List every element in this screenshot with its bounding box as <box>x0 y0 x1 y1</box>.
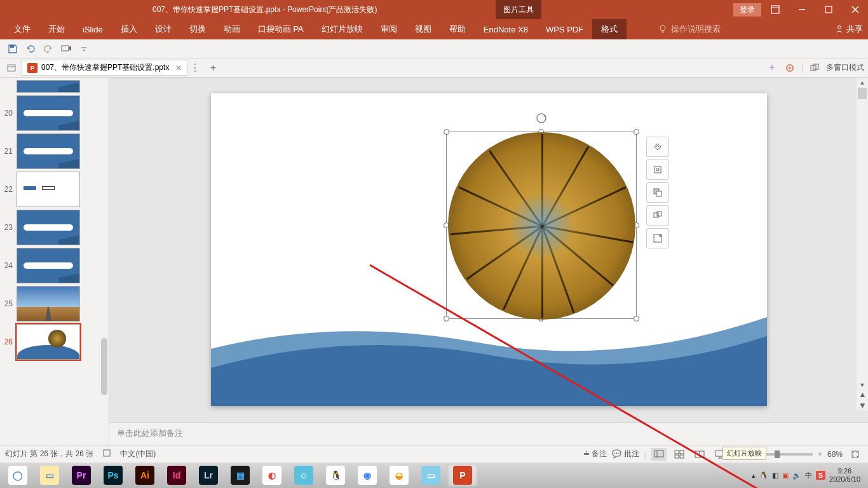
tray-qq-icon[interactable]: 🐧 <box>759 471 768 480</box>
layout-options-button[interactable] <box>646 137 669 157</box>
close-tab-icon[interactable]: ✕ <box>175 64 182 72</box>
taskbar-illustrator[interactable]: Ai <box>130 464 160 487</box>
picture-tools-context-tab[interactable]: 图片工具 <box>496 0 541 19</box>
thumbnail-21[interactable]: 21 <box>0 133 109 169</box>
tab-pocket-anim[interactable]: 口袋动画 PA <box>249 19 313 39</box>
thumbnail-25[interactable]: 25 <box>0 286 109 322</box>
taskbar-premiere[interactable]: Pr <box>66 464 97 487</box>
thumbnail-26[interactable]: 26 <box>0 324 109 360</box>
ime-indicator[interactable]: 中 <box>805 471 812 480</box>
taskbar-qq[interactable]: 🐧 <box>320 464 351 487</box>
tray-app-icon[interactable]: ◧ <box>772 471 778 480</box>
add-tab-button[interactable]: + <box>205 60 220 76</box>
taskbar-chrome[interactable]: ◉ <box>352 464 383 487</box>
comments-toggle[interactable]: 💬 批注 <box>612 449 639 459</box>
accessibility-icon[interactable] <box>102 449 111 459</box>
taskbar-app4[interactable]: ◒ <box>384 464 414 487</box>
tab-insert[interactable]: 插入 <box>112 19 146 39</box>
tab-islide[interactable]: iSlide <box>74 19 112 39</box>
taskbar-indesign[interactable]: Id <box>161 464 192 487</box>
undo-button[interactable] <box>23 41 38 57</box>
tab-menu-icon[interactable]: ⋮ <box>190 62 200 74</box>
tab-animations[interactable]: 动画 <box>215 19 249 39</box>
tab-file[interactable]: 文件 <box>5 19 39 39</box>
reading-view-button[interactable] <box>692 448 707 461</box>
resize-handle-tl[interactable] <box>444 129 449 135</box>
image-selection-box[interactable] <box>446 132 637 319</box>
current-slide[interactable] <box>211 93 767 406</box>
tab-endnote[interactable]: EndNote X8 <box>475 19 537 39</box>
resize-handle-bl[interactable] <box>444 316 449 322</box>
taskbar-browser[interactable]: ◯ <box>3 464 33 487</box>
tell-me-search[interactable]: 操作说明搜索 <box>658 24 721 35</box>
tab-design[interactable]: 设计 <box>146 19 180 39</box>
tray-volume-icon[interactable]: 🔊 <box>792 471 801 480</box>
bring-forward-button[interactable] <box>646 182 669 203</box>
taskbar-photoshop[interactable]: Ps <box>98 464 128 487</box>
thumbnail-scrollbar[interactable] <box>101 338 107 395</box>
taskbar-app2[interactable]: ◐ <box>257 464 287 487</box>
taskbar-lightroom[interactable]: Lr <box>193 464 224 487</box>
tray-ppt-icon[interactable]: ▣ <box>782 471 789 480</box>
group-button[interactable] <box>646 205 669 226</box>
notes-toggle[interactable]: ≐ 备注 <box>583 449 607 459</box>
scroll-down-button[interactable]: ▼ <box>857 380 868 390</box>
close-button[interactable] <box>843 0 868 19</box>
maximize-button[interactable] <box>816 0 841 19</box>
thumbnail-20[interactable]: 20 <box>0 95 109 131</box>
share-button[interactable]: 共享 <box>835 24 863 35</box>
tab-format[interactable]: 格式 <box>592 19 627 39</box>
magic-icon[interactable] <box>766 62 778 74</box>
qat-more-button[interactable] <box>76 41 92 57</box>
size-button[interactable] <box>646 228 669 248</box>
thumbnail-19[interactable] <box>0 80 109 93</box>
taskbar-powerpoint[interactable]: P <box>447 464 478 487</box>
notes-pane[interactable]: 单击此处添加备注 <box>109 422 868 445</box>
sorter-view-button[interactable] <box>672 448 687 461</box>
thumbnail-22[interactable]: 22 <box>0 172 109 207</box>
save-button[interactable] <box>5 41 20 57</box>
zoom-in-button[interactable]: + <box>818 450 822 459</box>
ribbon-options-icon[interactable] <box>763 0 788 19</box>
settings-icon[interactable] <box>783 62 796 74</box>
slide-counter[interactable]: 幻灯片 第 26 张，共 26 张 <box>5 449 93 459</box>
scroll-up-button[interactable]: ▲ <box>857 78 868 88</box>
doc-list-icon[interactable] <box>4 60 19 76</box>
taskbar-explorer[interactable]: ▭ <box>34 464 65 487</box>
redo-button[interactable] <box>41 41 56 57</box>
slide-thumbnails-panel[interactable]: 20 21 22 23 24 25 26 <box>0 78 109 445</box>
rotate-handle[interactable] <box>535 112 548 125</box>
ime-sogou-icon[interactable]: S <box>816 471 825 480</box>
next-slide-button[interactable]: ⯆ <box>857 400 868 410</box>
language-indicator[interactable]: 中文(中国) <box>120 449 156 459</box>
editor-vertical-scrollbar[interactable]: ▲ ▼ ⯅ ⯆ <box>857 78 868 410</box>
thumbnail-23[interactable]: 23 <box>0 210 109 245</box>
tab-help[interactable]: 帮助 <box>440 19 475 39</box>
scroll-thumb[interactable] <box>858 88 867 99</box>
tab-transitions[interactable]: 切换 <box>180 19 215 39</box>
clock[interactable]: 9:262020/5/10 <box>829 467 860 484</box>
tab-home[interactable]: 开始 <box>39 19 74 39</box>
taskbar-app1[interactable]: ▦ <box>225 464 255 487</box>
crop-button[interactable] <box>646 159 669 180</box>
document-tab[interactable]: P 007、带你快速掌握PPT基础设置.pptx ✕ <box>22 60 187 76</box>
prev-slide-button[interactable]: ⯅ <box>857 390 868 400</box>
resize-handle-tr[interactable] <box>634 129 639 135</box>
start-from-beginning-button[interactable] <box>58 41 74 57</box>
tab-view[interactable]: 视图 <box>406 19 440 39</box>
minimize-button[interactable] <box>789 0 815 19</box>
tab-review[interactable]: 审阅 <box>372 19 406 39</box>
normal-view-button[interactable] <box>651 448 667 461</box>
slide-canvas-area[interactable] <box>109 78 868 422</box>
thumbnail-24[interactable]: 24 <box>0 248 109 283</box>
cropped-circle-image[interactable] <box>448 132 635 320</box>
tab-wpspdf[interactable]: WPS PDF <box>537 19 592 39</box>
taskbar-notes[interactable]: ▭ <box>416 464 446 487</box>
zoom-level[interactable]: 68% <box>827 450 843 459</box>
login-button[interactable]: 登录 <box>733 3 761 17</box>
multi-window-label[interactable]: 多窗口模式 <box>826 62 864 73</box>
tab-slideshow[interactable]: 幻灯片放映 <box>313 19 372 39</box>
resize-handle-br[interactable] <box>634 316 639 322</box>
fit-to-window-button[interactable] <box>848 448 863 461</box>
taskbar-app3[interactable]: ☺ <box>288 464 319 487</box>
